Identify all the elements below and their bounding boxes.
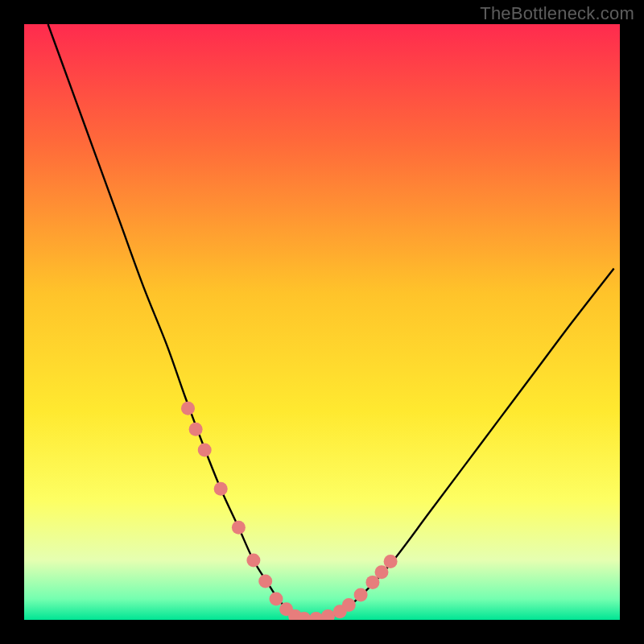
highlight-dot xyxy=(321,609,335,620)
highlight-dot xyxy=(270,592,283,606)
highlight-dot xyxy=(342,598,356,612)
highlight-dot xyxy=(384,555,398,568)
highlight-dot xyxy=(232,521,246,535)
bottleneck-curve xyxy=(48,24,614,619)
highlight-dot xyxy=(246,554,260,568)
highlight-dot xyxy=(309,612,323,620)
highlight-dot xyxy=(198,444,212,457)
highlight-dots-group xyxy=(181,402,398,620)
chart-svg xyxy=(24,24,620,620)
highlight-dot xyxy=(214,482,228,496)
chart-frame: TheBottleneck.com xyxy=(0,0,644,644)
watermark-text: TheBottleneck.com xyxy=(480,3,634,24)
highlight-dot xyxy=(258,574,272,588)
plot-area xyxy=(24,24,620,620)
highlight-dot xyxy=(181,402,195,415)
highlight-dot xyxy=(189,423,203,436)
highlight-dot xyxy=(354,588,368,601)
highlight-dot xyxy=(375,565,389,579)
